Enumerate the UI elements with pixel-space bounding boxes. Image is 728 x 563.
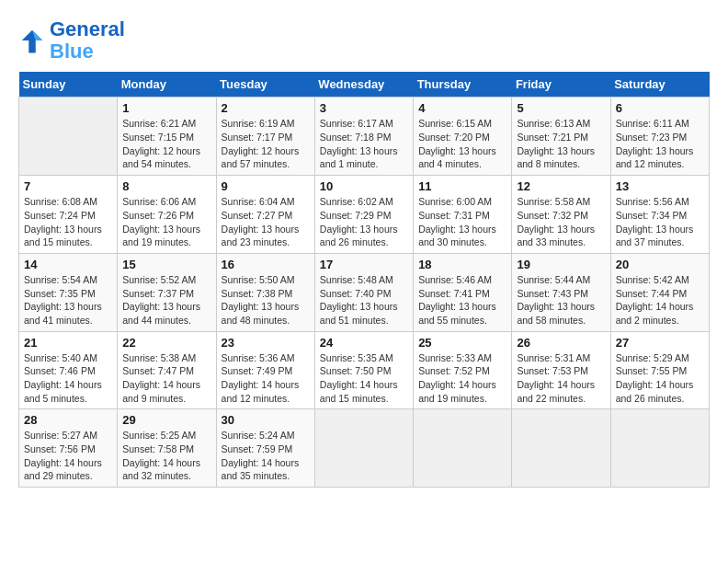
day-number: 1: [122, 101, 210, 115]
calendar-day-cell: [414, 409, 512, 488]
day-info: Sunrise: 5:58 AM Sunset: 7:32 PM Dayligh…: [517, 195, 605, 249]
day-info: Sunrise: 5:27 AM Sunset: 7:56 PM Dayligh…: [24, 429, 112, 483]
day-info: Sunrise: 6:13 AM Sunset: 7:21 PM Dayligh…: [517, 117, 605, 171]
weekday-header: Wednesday: [314, 72, 413, 98]
calendar-day-cell: 14 Sunrise: 5:54 AM Sunset: 7:35 PM Dayl…: [19, 253, 118, 331]
calendar-day-cell: 7 Sunrise: 6:08 AM Sunset: 7:24 PM Dayli…: [19, 176, 118, 254]
day-number: 20: [616, 258, 704, 271]
day-info: Sunrise: 5:38 AM Sunset: 7:47 PM Dayligh…: [122, 351, 210, 406]
day-info: Sunrise: 5:40 AM Sunset: 7:46 PM Dayligh…: [24, 351, 112, 406]
logo-text: General Blue: [50, 18, 125, 63]
weekday-header: Tuesday: [216, 72, 314, 98]
calendar-day-cell: 29 Sunrise: 5:25 AM Sunset: 7:58 PM Dayl…: [118, 409, 216, 488]
calendar-day-cell: 12 Sunrise: 5:58 AM Sunset: 7:32 PM Dayl…: [512, 176, 610, 254]
calendar-day-cell: 4 Sunrise: 6:15 AM Sunset: 7:20 PM Dayli…: [414, 98, 512, 176]
day-info: Sunrise: 5:25 AM Sunset: 7:58 PM Dayligh…: [122, 429, 210, 483]
calendar-day-cell: 23 Sunrise: 5:36 AM Sunset: 7:49 PM Dayl…: [216, 331, 314, 409]
weekday-header: Monday: [118, 72, 216, 98]
calendar-day-cell: 10 Sunrise: 6:02 AM Sunset: 7:29 PM Dayl…: [314, 176, 413, 254]
day-info: Sunrise: 6:04 AM Sunset: 7:27 PM Dayligh…: [222, 195, 310, 249]
day-number: 23: [222, 336, 310, 350]
day-number: 18: [418, 258, 506, 271]
day-info: Sunrise: 5:42 AM Sunset: 7:44 PM Dayligh…: [616, 273, 704, 327]
calendar-day-cell: 18 Sunrise: 5:46 AM Sunset: 7:41 PM Dayl…: [414, 253, 512, 331]
day-info: Sunrise: 6:19 AM Sunset: 7:17 PM Dayligh…: [222, 117, 310, 171]
day-info: Sunrise: 5:54 AM Sunset: 7:35 PM Dayligh…: [24, 273, 112, 327]
calendar-day-cell: 8 Sunrise: 6:06 AM Sunset: 7:26 PM Dayli…: [118, 176, 216, 254]
calendar-table: SundayMondayTuesdayWednesdayThursdayFrid…: [18, 72, 710, 488]
day-number: 24: [320, 336, 408, 350]
day-info: Sunrise: 5:29 AM Sunset: 7:55 PM Dayligh…: [616, 351, 704, 406]
day-number: 5: [517, 101, 605, 115]
day-number: 21: [24, 336, 112, 350]
day-number: 8: [122, 179, 210, 193]
weekday-header: Friday: [512, 72, 610, 98]
day-info: Sunrise: 5:56 AM Sunset: 7:34 PM Dayligh…: [616, 195, 704, 249]
calendar-day-cell: [610, 409, 709, 488]
calendar-day-cell: 9 Sunrise: 6:04 AM Sunset: 7:27 PM Dayli…: [216, 176, 314, 254]
day-info: Sunrise: 6:08 AM Sunset: 7:24 PM Dayligh…: [24, 195, 112, 249]
day-number: 10: [320, 179, 408, 193]
calendar-day-cell: 30 Sunrise: 5:24 AM Sunset: 7:59 PM Dayl…: [216, 409, 314, 488]
weekday-header: Sunday: [19, 72, 118, 98]
day-number: 3: [320, 101, 408, 115]
calendar-day-cell: 20 Sunrise: 5:42 AM Sunset: 7:44 PM Dayl…: [610, 253, 709, 331]
day-number: 13: [616, 179, 704, 193]
calendar-day-cell: 26 Sunrise: 5:31 AM Sunset: 7:53 PM Dayl…: [512, 331, 610, 409]
day-info: Sunrise: 5:44 AM Sunset: 7:43 PM Dayligh…: [517, 273, 605, 327]
calendar-day-cell: 28 Sunrise: 5:27 AM Sunset: 7:56 PM Dayl…: [19, 409, 118, 488]
day-number: 12: [517, 179, 605, 193]
day-number: 28: [24, 413, 112, 427]
day-number: 19: [517, 258, 605, 271]
calendar-day-cell: 17 Sunrise: 5:48 AM Sunset: 7:40 PM Dayl…: [314, 253, 413, 331]
day-info: Sunrise: 6:15 AM Sunset: 7:20 PM Dayligh…: [418, 117, 506, 171]
calendar-day-cell: 1 Sunrise: 6:21 AM Sunset: 7:15 PM Dayli…: [118, 98, 216, 176]
calendar-day-cell: [314, 409, 413, 488]
day-info: Sunrise: 6:06 AM Sunset: 7:26 PM Dayligh…: [122, 195, 210, 249]
day-info: Sunrise: 5:33 AM Sunset: 7:52 PM Dayligh…: [418, 351, 506, 406]
day-number: 26: [517, 336, 605, 350]
day-number: 22: [122, 336, 210, 350]
day-info: Sunrise: 5:35 AM Sunset: 7:50 PM Dayligh…: [320, 351, 408, 406]
weekday-header-row: SundayMondayTuesdayWednesdayThursdayFrid…: [19, 72, 710, 98]
calendar-day-cell: 22 Sunrise: 5:38 AM Sunset: 7:47 PM Dayl…: [118, 331, 216, 409]
day-number: 27: [616, 336, 704, 350]
day-number: 9: [222, 179, 310, 193]
calendar-day-cell: 2 Sunrise: 6:19 AM Sunset: 7:17 PM Dayli…: [216, 98, 314, 176]
calendar-day-cell: 3 Sunrise: 6:17 AM Sunset: 7:18 PM Dayli…: [314, 98, 413, 176]
day-number: 6: [616, 101, 704, 115]
day-info: Sunrise: 6:02 AM Sunset: 7:29 PM Dayligh…: [320, 195, 408, 249]
day-number: 11: [418, 179, 506, 193]
calendar-day-cell: 11 Sunrise: 6:00 AM Sunset: 7:31 PM Dayl…: [414, 176, 512, 254]
day-info: Sunrise: 5:50 AM Sunset: 7:38 PM Dayligh…: [222, 273, 310, 327]
calendar-day-cell: 16 Sunrise: 5:50 AM Sunset: 7:38 PM Dayl…: [216, 253, 314, 331]
day-info: Sunrise: 5:31 AM Sunset: 7:53 PM Dayligh…: [517, 351, 605, 406]
day-number: 30: [222, 413, 310, 427]
calendar-week-row: 21 Sunrise: 5:40 AM Sunset: 7:46 PM Dayl…: [19, 331, 710, 409]
day-number: 17: [320, 258, 408, 271]
calendar-day-cell: 13 Sunrise: 5:56 AM Sunset: 7:34 PM Dayl…: [610, 176, 709, 254]
calendar-week-row: 7 Sunrise: 6:08 AM Sunset: 7:24 PM Dayli…: [19, 176, 710, 254]
day-info: Sunrise: 6:21 AM Sunset: 7:15 PM Dayligh…: [122, 117, 210, 171]
day-number: 2: [222, 101, 310, 115]
calendar-week-row: 14 Sunrise: 5:54 AM Sunset: 7:35 PM Dayl…: [19, 253, 710, 331]
day-info: Sunrise: 5:52 AM Sunset: 7:37 PM Dayligh…: [122, 273, 210, 327]
logo: General Blue: [18, 18, 125, 63]
weekday-header: Thursday: [414, 72, 512, 98]
calendar-day-cell: [19, 98, 118, 176]
day-number: 15: [122, 258, 210, 271]
calendar-day-cell: 27 Sunrise: 5:29 AM Sunset: 7:55 PM Dayl…: [610, 331, 709, 409]
calendar-day-cell: 6 Sunrise: 6:11 AM Sunset: 7:23 PM Dayli…: [610, 98, 709, 176]
day-number: 29: [122, 413, 210, 427]
day-number: 16: [222, 258, 310, 271]
page-header: General Blue: [18, 18, 710, 63]
day-number: 25: [418, 336, 506, 350]
day-info: Sunrise: 5:24 AM Sunset: 7:59 PM Dayligh…: [222, 429, 310, 483]
calendar-day-cell: 25 Sunrise: 5:33 AM Sunset: 7:52 PM Dayl…: [414, 331, 512, 409]
day-info: Sunrise: 5:36 AM Sunset: 7:49 PM Dayligh…: [222, 351, 310, 406]
day-info: Sunrise: 5:46 AM Sunset: 7:41 PM Dayligh…: [418, 273, 506, 327]
day-info: Sunrise: 5:48 AM Sunset: 7:40 PM Dayligh…: [320, 273, 408, 327]
day-info: Sunrise: 6:11 AM Sunset: 7:23 PM Dayligh…: [616, 117, 704, 171]
calendar-day-cell: 15 Sunrise: 5:52 AM Sunset: 7:37 PM Dayl…: [118, 253, 216, 331]
day-info: Sunrise: 6:17 AM Sunset: 7:18 PM Dayligh…: [320, 117, 408, 171]
